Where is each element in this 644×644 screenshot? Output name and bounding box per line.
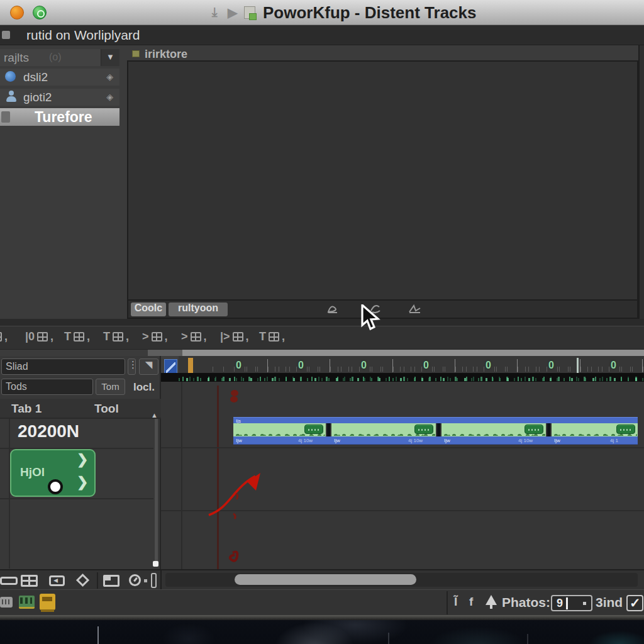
search-input[interactable]: Sliad bbox=[1, 358, 125, 375]
viewer-tab-label: irirktore bbox=[145, 48, 187, 61]
tool-group[interactable]: |0, bbox=[25, 330, 53, 343]
tool-group[interactable]: T, bbox=[259, 330, 285, 343]
column-tab1[interactable]: Tab 1 bbox=[11, 402, 42, 416]
item-icon bbox=[1, 111, 10, 123]
annotation-overlay bbox=[161, 356, 644, 569]
row-separator bbox=[0, 498, 153, 499]
brick-icon bbox=[152, 332, 162, 341]
text-tool-glyph[interactable]: Ĩ bbox=[454, 595, 457, 609]
menu-icon bbox=[2, 31, 10, 39]
dropdown-hint: (o) bbox=[49, 52, 62, 63]
brick-icon bbox=[0, 332, 2, 341]
section-divider bbox=[0, 319, 644, 326]
menu-dots-button[interactable]: ⋮ bbox=[128, 358, 136, 375]
sidebar-item-gioti2[interactable]: gioti2 ◈ bbox=[0, 89, 119, 106]
tool-strip: ,|0,T,T,>,>,|>,T, bbox=[0, 326, 644, 350]
tool-group[interactable]: >, bbox=[142, 330, 168, 343]
bind-checkbox[interactable] bbox=[626, 595, 643, 611]
panel-icon bbox=[132, 50, 140, 57]
sidebar-dropdown[interactable]: rajlts (o) ▼ bbox=[0, 49, 119, 66]
tool-group[interactable]: T, bbox=[64, 330, 90, 343]
lock-label: locl. bbox=[133, 381, 155, 394]
bind-label: 3ind bbox=[596, 595, 623, 610]
keyframe-dot[interactable] bbox=[48, 479, 63, 494]
diamond-icon[interactable]: ◈ bbox=[106, 72, 113, 82]
chevron-right-icon[interactable]: ❯ bbox=[77, 474, 88, 491]
globe-icon bbox=[5, 71, 16, 82]
scroll-up-icon[interactable]: ▲ bbox=[151, 411, 158, 419]
dot-indicator bbox=[144, 579, 147, 582]
clip-source-item[interactable]: HjOl ❯ ❯ bbox=[10, 449, 96, 497]
effects-panel: Sliad ⋮ ◥ Tods Tom locl. Tab 1 Tool 2020… bbox=[0, 356, 161, 569]
scrollbar-track[interactable] bbox=[155, 419, 158, 564]
chevron-right-icon[interactable]: ❯ bbox=[77, 452, 88, 468]
brick-icon bbox=[233, 332, 243, 341]
brick-icon bbox=[269, 332, 279, 341]
window-bottom-edge bbox=[0, 615, 644, 620]
menu-bar: rutid on Worliplyard bbox=[0, 25, 644, 45]
toolbar-divider bbox=[160, 570, 162, 591]
tool-glyph-icon[interactable] bbox=[408, 302, 423, 316]
sidebar-item-label: dsli2 bbox=[23, 70, 48, 84]
background-detail bbox=[97, 626, 99, 644]
photos-count-input[interactable]: 9 bbox=[551, 595, 592, 611]
desktop-background-image bbox=[0, 620, 644, 644]
mini-scrollbar[interactable] bbox=[151, 573, 157, 588]
clock-icon[interactable] bbox=[129, 574, 141, 586]
insert-icon[interactable] bbox=[49, 575, 65, 586]
window-button-green[interactable] bbox=[33, 6, 47, 19]
filmstrip-icon[interactable] bbox=[21, 575, 38, 587]
sidebar-item-turefore[interactable]: Turefore bbox=[0, 108, 119, 126]
brick-icon bbox=[113, 332, 123, 341]
timeline-scroll-handle[interactable] bbox=[182, 350, 644, 356]
viewer-canvas[interactable] bbox=[127, 60, 638, 301]
list-header: Tab 1 Tool bbox=[0, 399, 161, 419]
toolbar-separator bbox=[97, 572, 98, 589]
gutter-line bbox=[9, 419, 10, 569]
menu-label: rutid on Worliplyard bbox=[26, 28, 140, 43]
function-glyph[interactable]: f bbox=[469, 595, 473, 609]
application-window: ⤓ ▶ PoworKfup - Distent Tracks rutid on … bbox=[0, 0, 644, 644]
tools-input[interactable]: Tods bbox=[1, 379, 93, 395]
brick-icon bbox=[74, 332, 84, 341]
status-bar: Ĩ f Phatos: 9 3ind bbox=[0, 589, 644, 615]
brick-icon bbox=[191, 332, 201, 341]
list-row-value[interactable]: 20200N bbox=[18, 421, 79, 441]
clip-source-label: HjOl bbox=[20, 465, 45, 479]
scrollbar-thumb[interactable] bbox=[153, 561, 158, 567]
sidebar-item-dsli2[interactable]: dsli2 ◈ bbox=[0, 69, 119, 86]
background-detail bbox=[527, 634, 528, 644]
keyframe-icon[interactable] bbox=[76, 574, 89, 587]
brick-icon bbox=[37, 332, 48, 341]
slate-icon[interactable] bbox=[103, 575, 119, 587]
mouse-cursor bbox=[360, 304, 386, 332]
title-bar: ⤓ ▶ PoworKfup - Distent Tracks bbox=[0, 0, 644, 25]
chevron-down-icon[interactable]: ▼ bbox=[101, 49, 119, 66]
tool-group[interactable]: , bbox=[0, 330, 8, 343]
timeline: 0000000 IjsIjw4j 10wIjw4j 10wIjw4j 10wIj… bbox=[161, 356, 644, 569]
status-icon-yellow[interactable] bbox=[40, 594, 55, 610]
sidebar-item-label: gioti2 bbox=[23, 91, 52, 104]
dropdown-dot-icon bbox=[583, 602, 586, 605]
tom-button[interactable]: Tom bbox=[96, 379, 125, 395]
rultyoon-button[interactable]: rultyoon bbox=[169, 303, 228, 316]
timeline-hscroll-handle[interactable] bbox=[235, 574, 416, 585]
bottom-toolbar bbox=[0, 569, 644, 589]
status-icon-gray[interactable] bbox=[0, 597, 13, 608]
document-icon bbox=[244, 6, 255, 19]
tool-group[interactable]: >, bbox=[181, 330, 207, 343]
text-caret bbox=[566, 597, 568, 609]
column-tool[interactable]: Tool bbox=[94, 402, 119, 416]
diamond-icon[interactable]: ◈ bbox=[106, 92, 113, 102]
region-tool-icon[interactable] bbox=[0, 577, 18, 585]
tool-group[interactable]: T, bbox=[103, 330, 129, 343]
status-icon-film[interactable] bbox=[19, 596, 35, 609]
tree-icon[interactable] bbox=[486, 595, 497, 605]
window-button-orange[interactable] bbox=[10, 6, 24, 19]
tool-group[interactable]: |>, bbox=[220, 330, 249, 343]
expand-button[interactable]: ◥ bbox=[139, 358, 158, 375]
window-title: PoworKfup - Distent Tracks bbox=[263, 3, 477, 23]
dropdown-label: rajlts bbox=[4, 51, 29, 65]
tool-glyph-icon[interactable] bbox=[326, 302, 341, 316]
coolc-button[interactable]: Coolc bbox=[131, 303, 166, 316]
